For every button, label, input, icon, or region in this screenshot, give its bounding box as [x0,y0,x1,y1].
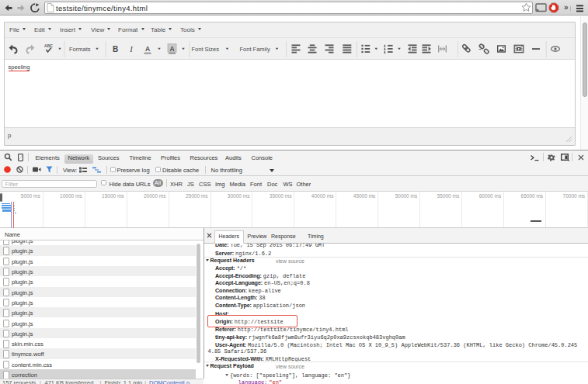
svg-text:A: A [145,45,150,53]
svg-text:A: A [169,45,174,53]
svg-text:I: I [129,45,133,54]
svg-text:ABC: ABC [44,43,53,48]
svg-text:B: B [113,45,118,54]
